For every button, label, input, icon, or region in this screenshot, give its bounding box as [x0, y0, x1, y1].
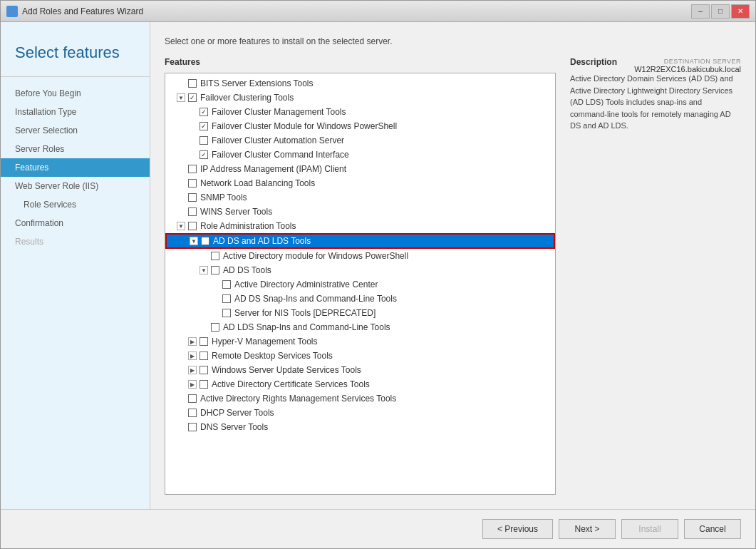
- main-window: Add Roles and Features Wizard – □ ✕ Sele…: [0, 0, 756, 549]
- checkbox-ad_admin_center[interactable]: [222, 280, 231, 289]
- feature-item-adcs[interactable]: ▶Active Directory Certificate Services T…: [165, 377, 555, 391]
- feature-item-ad_lds_snapins[interactable]: AD LDS Snap-Ins and Command-Line Tools: [165, 320, 555, 334]
- close-button[interactable]: ✕: [731, 4, 750, 19]
- feature-label-ad_admin_center: Active Directory Administrative Center: [234, 279, 378, 289]
- feature-label-dhcp: DHCP Server Tools: [200, 408, 274, 418]
- feature-item-rds[interactable]: ▶Remote Desktop Services Tools: [165, 349, 555, 363]
- feature-label-role_admin: Role Administration Tools: [200, 221, 296, 231]
- feature-item-failover_cmd[interactable]: ✓Failover Cluster Command Interface: [165, 148, 555, 162]
- checkbox-failover_ps[interactable]: ✓: [200, 122, 208, 130]
- next-button[interactable]: Next >: [559, 519, 616, 539]
- checkbox-nlb[interactable]: [188, 179, 197, 188]
- feature-item-failover_cluster[interactable]: ▼✓Failover Clustering Tools: [165, 91, 555, 105]
- sidebar-item-features[interactable]: Features: [1, 158, 150, 177]
- expand-btn-wsus[interactable]: ▶: [188, 366, 197, 374]
- checkbox-wsus[interactable]: [200, 366, 208, 374]
- checkbox-ad_lds[interactable]: [201, 237, 209, 245]
- feature-label-bits: BITS Server Extensions Tools: [200, 78, 314, 88]
- checkbox-snmp[interactable]: [188, 193, 197, 202]
- feature-item-hyperv[interactable]: ▶Hyper-V Management Tools: [165, 334, 555, 349]
- previous-button[interactable]: < Previous: [482, 519, 553, 539]
- minimize-button[interactable]: –: [691, 4, 710, 19]
- sidebar-item-role-services[interactable]: Role Services: [1, 195, 150, 214]
- feature-label-dns: DNS Server Tools: [200, 422, 268, 432]
- feature-item-bits[interactable]: BITS Server Extensions Tools: [165, 76, 555, 91]
- expand-btn-role_admin[interactable]: ▼: [177, 222, 185, 230]
- sidebar: Select features Before You Begin Install…: [1, 22, 150, 509]
- feature-item-ad_snapins[interactable]: AD DS Snap-Ins and Command-Line Tools: [165, 292, 555, 306]
- checkbox-ad_ds_tools[interactable]: [211, 266, 219, 274]
- title-bar-controls: – □ ✕: [691, 4, 750, 19]
- feature-item-snmp[interactable]: SNMP Tools: [165, 190, 555, 205]
- feature-item-failover_auto[interactable]: Failover Cluster Automation Server: [165, 133, 555, 148]
- window-title: Add Roles and Features Wizard: [22, 6, 143, 16]
- checkbox-bits[interactable]: [188, 79, 197, 88]
- checkbox-dns[interactable]: [188, 423, 197, 431]
- destination-name: W12R2EXC16.bakicubuk.local: [634, 65, 741, 73]
- checkbox-ad_lds_snapins[interactable]: [211, 323, 219, 332]
- content-split: Features BITS Server Extensions Tools▼✓F…: [165, 57, 741, 495]
- feature-item-ad_ds_tools[interactable]: ▼AD DS Tools: [165, 263, 555, 277]
- sidebar-item-server-selection[interactable]: Server Selection: [1, 121, 150, 140]
- sidebar-item-confirmation[interactable]: Confirmation: [1, 214, 150, 232]
- checkbox-failover_auto[interactable]: [200, 136, 208, 145]
- checkbox-failover_mgmt[interactable]: ✓: [200, 108, 208, 116]
- checkbox-adcs[interactable]: [200, 380, 208, 389]
- sidebar-item-installation-type[interactable]: Installation Type: [1, 103, 150, 121]
- feature-item-nis[interactable]: Server for NIS Tools [DEPRECATED]: [165, 306, 555, 320]
- feature-item-role_admin[interactable]: ▼Role Administration Tools: [165, 219, 555, 233]
- expand-btn-hyperv[interactable]: ▶: [188, 337, 197, 346]
- feature-label-ad_ps: Active Directory module for Windows Powe…: [223, 251, 408, 261]
- main-content-area: DESTINATION SERVER W12R2EXC16.bakicubuk.…: [150, 22, 755, 509]
- feature-item-nlb[interactable]: Network Load Balancing Tools: [165, 176, 555, 190]
- expand-btn-rds[interactable]: ▶: [188, 352, 197, 360]
- cancel-button[interactable]: Cancel: [684, 519, 741, 539]
- checkbox-ad_ps[interactable]: [211, 252, 219, 260]
- checkbox-failover_cmd[interactable]: ✓: [200, 150, 208, 159]
- checkbox-role_admin[interactable]: [188, 222, 197, 230]
- expand-btn-failover_cluster[interactable]: ▼: [177, 93, 185, 102]
- feature-label-wsus: Windows Server Update Services Tools: [212, 365, 361, 375]
- restore-button[interactable]: □: [711, 4, 730, 19]
- install-button[interactable]: Install: [621, 519, 678, 539]
- feature-item-ipam[interactable]: IP Address Management (IPAM) Client: [165, 162, 555, 176]
- feature-item-ad_ps[interactable]: Active Directory module for Windows Powe…: [165, 249, 555, 263]
- feature-item-dhcp[interactable]: DHCP Server Tools: [165, 406, 555, 420]
- feature-item-ad_admin_center[interactable]: Active Directory Administrative Center: [165, 277, 555, 292]
- expand-btn-ad_lds[interactable]: ▼: [190, 237, 198, 245]
- feature-label-wins: WINS Server Tools: [200, 207, 272, 217]
- window-icon: [6, 6, 18, 17]
- feature-label-failover_cluster: Failover Clustering Tools: [200, 93, 294, 103]
- features-list[interactable]: BITS Server Extensions Tools▼✓Failover C…: [165, 73, 555, 494]
- feature-item-wsus[interactable]: ▶Windows Server Update Services Tools: [165, 363, 555, 377]
- feature-item-ad_lds[interactable]: ▼AD DS and AD LDS Tools: [165, 233, 555, 249]
- sidebar-header: Select features: [1, 36, 150, 77]
- checkbox-failover_cluster[interactable]: ✓: [188, 93, 197, 102]
- feature-label-rds: Remote Desktop Services Tools: [212, 351, 333, 361]
- features-label: Features: [165, 57, 556, 67]
- feature-item-adrms[interactable]: Active Directory Rights Management Servi…: [165, 391, 555, 406]
- feature-label-ipam: IP Address Management (IPAM) Client: [200, 164, 346, 174]
- destination-server: DESTINATION SERVER W12R2EXC16.bakicubuk.…: [634, 58, 741, 73]
- feature-item-failover_mgmt[interactable]: ✓Failover Cluster Management Tools: [165, 105, 555, 119]
- checkbox-dhcp[interactable]: [188, 409, 197, 417]
- checkbox-ipam[interactable]: [188, 165, 197, 173]
- checkbox-hyperv[interactable]: [200, 337, 208, 346]
- expand-btn-ad_ds_tools[interactable]: ▼: [200, 266, 208, 274]
- feature-label-ad_lds: AD DS and AD LDS Tools: [213, 236, 311, 246]
- description-text: Active Directory Domain Services (AD DS)…: [570, 73, 741, 132]
- checkbox-wins[interactable]: [188, 207, 197, 216]
- checkbox-ad_snapins[interactable]: [222, 294, 231, 303]
- destination-label: DESTINATION SERVER: [634, 58, 741, 65]
- sidebar-item-server-roles[interactable]: Server Roles: [1, 140, 150, 158]
- checkbox-adrms[interactable]: [188, 394, 197, 403]
- sidebar-item-before-you-begin[interactable]: Before You Begin: [1, 84, 150, 103]
- feature-item-wins[interactable]: WINS Server Tools: [165, 205, 555, 219]
- sidebar-item-web-server[interactable]: Web Server Role (IIS): [1, 177, 150, 195]
- feature-item-dns[interactable]: DNS Server Tools: [165, 420, 555, 434]
- feature-item-failover_ps[interactable]: ✓Failover Cluster Module for Windows Pow…: [165, 119, 555, 133]
- instruction-text: Select one or more features to install o…: [165, 36, 741, 46]
- checkbox-rds[interactable]: [200, 352, 208, 360]
- checkbox-nis[interactable]: [222, 309, 231, 317]
- expand-btn-adcs[interactable]: ▶: [188, 380, 197, 389]
